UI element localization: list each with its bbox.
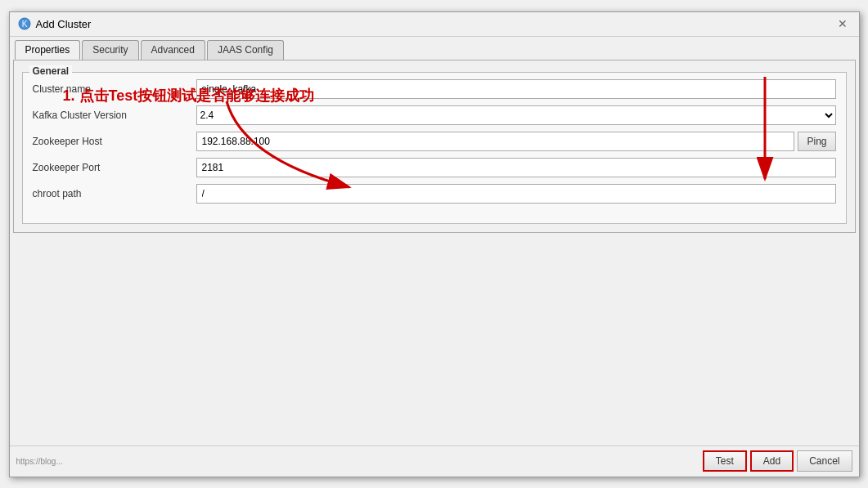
cluster-name-label: Cluster name [33, 83, 196, 95]
app-icon: K [18, 17, 31, 30]
title-bar-left: K Add Cluster [18, 17, 92, 30]
chroot-path-label: chroot path [33, 188, 196, 199]
cancel-button[interactable]: Cancel [797, 450, 852, 472]
cluster-name-row: Cluster name [33, 79, 836, 99]
zookeeper-host-input[interactable] [196, 132, 795, 151]
group-label: General [29, 65, 73, 77]
zookeeper-port-input[interactable] [196, 158, 836, 177]
tab-content-area: General Cluster name Kafka Cluster Versi… [10, 60, 859, 445]
ping-button[interactable]: Ping [798, 132, 835, 151]
zookeeper-host-row: Zookeeper Host Ping [33, 132, 836, 151]
zookeeper-host-control: Ping [196, 132, 836, 151]
add-cluster-dialog: K Add Cluster ✕ Properties Security Adva… [9, 11, 860, 477]
tab-jaas-config[interactable]: JAAS Config [207, 40, 284, 60]
add-button[interactable]: Add [750, 450, 794, 472]
kafka-version-row: Kafka Cluster Version 2.4 2.3 2.2 2.1 [33, 105, 836, 125]
kafka-version-control: 2.4 2.3 2.2 2.1 [196, 105, 836, 125]
tab-advanced[interactable]: Advanced [141, 40, 205, 60]
chroot-path-input[interactable] [196, 184, 836, 204]
tab-bar: Properties Security Advanced JAAS Config [10, 37, 859, 60]
kafka-version-select[interactable]: 2.4 2.3 2.2 2.1 [196, 105, 836, 125]
svg-text:K: K [21, 20, 27, 29]
tab-properties[interactable]: Properties [15, 40, 81, 60]
general-group: General Cluster name Kafka Cluster Versi… [22, 72, 847, 224]
dialog-title: Add Cluster [36, 18, 92, 30]
zookeeper-port-row: Zookeeper Port [33, 158, 836, 177]
tab-security[interactable]: Security [82, 40, 138, 60]
kafka-version-label: Kafka Cluster Version [33, 110, 196, 121]
zookeeper-host-label: Zookeeper Host [33, 136, 196, 147]
tab-content-properties: General Cluster name Kafka Cluster Versi… [13, 60, 856, 233]
cluster-name-input[interactable] [196, 79, 836, 99]
footer-url: https://blog... [16, 457, 63, 466]
chroot-path-row: chroot path [33, 184, 836, 204]
title-bar: K Add Cluster ✕ [10, 12, 859, 37]
test-button[interactable]: Test [703, 450, 747, 472]
dialog-footer: https://blog... Test Add Cancel [10, 445, 859, 477]
zookeeper-port-label: Zookeeper Port [33, 162, 196, 173]
close-button[interactable]: ✕ [834, 17, 851, 30]
